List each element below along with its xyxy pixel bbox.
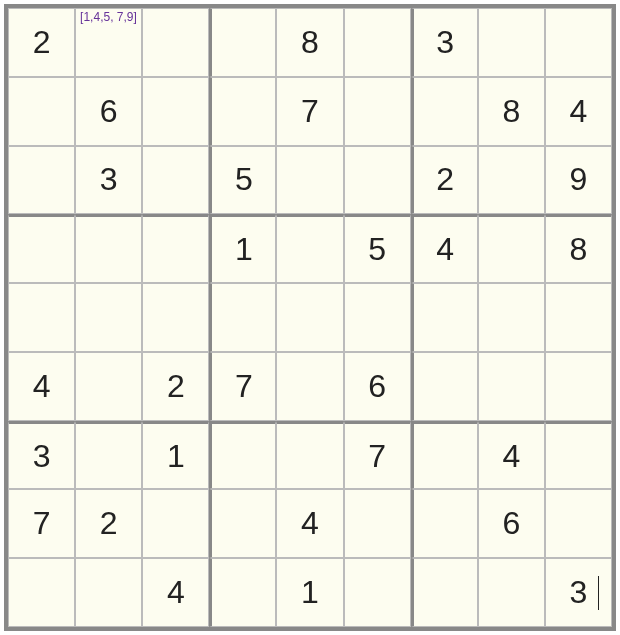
sudoku-cell-r7-c1[interactable]: 3 (8, 421, 75, 490)
sudoku-cell-r7-c4[interactable] (209, 421, 276, 490)
sudoku-cell-r1-c1[interactable]: 2 (8, 8, 75, 77)
sudoku-cell-r1-c4[interactable] (209, 8, 276, 77)
sudoku-cell-r1-c8[interactable] (478, 8, 545, 77)
sudoku-cell-r5-c1[interactable] (8, 283, 75, 352)
sudoku-cell-r2-c2[interactable]: 6 (75, 77, 142, 146)
sudoku-board: 2[1,4,5, 7,9]836784352915484276317472464… (4, 4, 616, 631)
sudoku-cell-r9-c3[interactable]: 4 (142, 558, 209, 627)
sudoku-cell-r9-c2[interactable] (75, 558, 142, 627)
sudoku-cell-r6-c2[interactable] (75, 352, 142, 421)
sudoku-cell-r3-c8[interactable] (478, 146, 545, 215)
sudoku-cell-r1-c3[interactable] (142, 8, 209, 77)
sudoku-cell-r7-c2[interactable] (75, 421, 142, 490)
sudoku-cell-r6-c4[interactable]: 7 (209, 352, 276, 421)
sudoku-cell-r4-c5[interactable] (276, 214, 343, 283)
sudoku-cell-r5-c6[interactable] (344, 283, 411, 352)
sudoku-cell-r1-c5[interactable]: 8 (276, 8, 343, 77)
sudoku-cell-r6-c6[interactable]: 6 (344, 352, 411, 421)
sudoku-cell-r7-c5[interactable] (276, 421, 343, 490)
sudoku-cell-r4-c6[interactable]: 5 (344, 214, 411, 283)
sudoku-cell-r5-c5[interactable] (276, 283, 343, 352)
sudoku-cell-r2-c9[interactable]: 4 (545, 77, 612, 146)
sudoku-cell-r3-c5[interactable] (276, 146, 343, 215)
sudoku-cell-r2-c1[interactable] (8, 77, 75, 146)
sudoku-cell-r4-c9[interactable]: 8 (545, 214, 612, 283)
sudoku-cell-r6-c7[interactable] (411, 352, 478, 421)
sudoku-cell-r8-c1[interactable]: 7 (8, 489, 75, 558)
sudoku-cell-r3-c9[interactable]: 9 (545, 146, 612, 215)
sudoku-cell-r8-c8[interactable]: 6 (478, 489, 545, 558)
sudoku-cell-r5-c8[interactable] (478, 283, 545, 352)
sudoku-cell-r9-c9[interactable]: 3 (545, 558, 612, 627)
sudoku-cell-r1-c6[interactable] (344, 8, 411, 77)
sudoku-cell-r5-c3[interactable] (142, 283, 209, 352)
sudoku-cell-r7-c3[interactable]: 1 (142, 421, 209, 490)
sudoku-cell-r5-c2[interactable] (75, 283, 142, 352)
sudoku-cell-r9-c6[interactable] (344, 558, 411, 627)
sudoku-cell-r8-c2[interactable]: 2 (75, 489, 142, 558)
sudoku-cell-r4-c8[interactable] (478, 214, 545, 283)
sudoku-cell-r4-c7[interactable]: 4 (411, 214, 478, 283)
sudoku-cell-r2-c8[interactable]: 8 (478, 77, 545, 146)
sudoku-cell-r8-c7[interactable] (411, 489, 478, 558)
sudoku-cell-r8-c3[interactable] (142, 489, 209, 558)
sudoku-cell-r9-c5[interactable]: 1 (276, 558, 343, 627)
sudoku-cell-r9-c7[interactable] (411, 558, 478, 627)
sudoku-cell-r8-c4[interactable] (209, 489, 276, 558)
sudoku-cell-r8-c5[interactable]: 4 (276, 489, 343, 558)
sudoku-cell-r6-c9[interactable] (545, 352, 612, 421)
sudoku-cell-r9-c8[interactable] (478, 558, 545, 627)
sudoku-cell-r3-c7[interactable]: 2 (411, 146, 478, 215)
sudoku-cell-r6-c1[interactable]: 4 (8, 352, 75, 421)
sudoku-cell-r5-c7[interactable] (411, 283, 478, 352)
sudoku-cell-r2-c4[interactable] (209, 77, 276, 146)
sudoku-cell-r3-c3[interactable] (142, 146, 209, 215)
sudoku-cell-r2-c5[interactable]: 7 (276, 77, 343, 146)
sudoku-cell-r4-c3[interactable] (142, 214, 209, 283)
sudoku-cell-r4-c2[interactable] (75, 214, 142, 283)
sudoku-cell-r9-c4[interactable] (209, 558, 276, 627)
sudoku-cell-r1-c7[interactable]: 3 (411, 8, 478, 77)
sudoku-cell-r6-c3[interactable]: 2 (142, 352, 209, 421)
sudoku-cell-r7-c9[interactable] (545, 421, 612, 490)
sudoku-cell-r3-c2[interactable]: 3 (75, 146, 142, 215)
sudoku-cell-r8-c9[interactable] (545, 489, 612, 558)
sudoku-cell-r8-c6[interactable] (344, 489, 411, 558)
sudoku-cell-r2-c3[interactable] (142, 77, 209, 146)
cell-candidates: [1,4,5, 7,9] (80, 11, 137, 24)
sudoku-cell-r2-c7[interactable] (411, 77, 478, 146)
sudoku-cell-r5-c4[interactable] (209, 283, 276, 352)
sudoku-cell-r7-c8[interactable]: 4 (478, 421, 545, 490)
sudoku-cell-r3-c4[interactable]: 5 (209, 146, 276, 215)
sudoku-cell-r6-c8[interactable] (478, 352, 545, 421)
sudoku-cell-r4-c4[interactable]: 1 (209, 214, 276, 283)
sudoku-cell-r2-c6[interactable] (344, 77, 411, 146)
sudoku-cell-r3-c1[interactable] (8, 146, 75, 215)
sudoku-cell-r5-c9[interactable] (545, 283, 612, 352)
sudoku-cell-r4-c1[interactable] (8, 214, 75, 283)
sudoku-cell-r3-c6[interactable] (344, 146, 411, 215)
sudoku-cell-r1-c9[interactable] (545, 8, 612, 77)
sudoku-cell-r6-c5[interactable] (276, 352, 343, 421)
sudoku-cell-r7-c6[interactable]: 7 (344, 421, 411, 490)
sudoku-cell-r7-c7[interactable] (411, 421, 478, 490)
sudoku-cell-r9-c1[interactable] (8, 558, 75, 627)
sudoku-cell-r1-c2[interactable]: [1,4,5, 7,9] (75, 8, 142, 77)
